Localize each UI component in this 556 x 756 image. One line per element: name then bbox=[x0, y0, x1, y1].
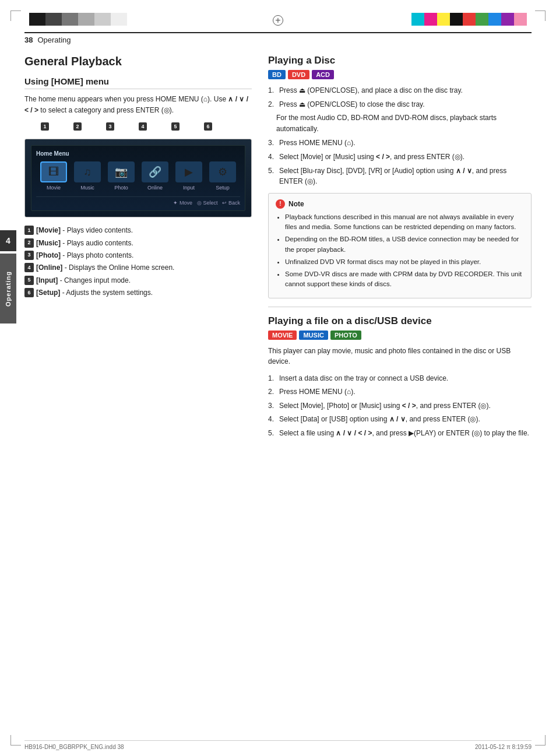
registration-mark-top bbox=[273, 15, 283, 26]
desc-text-5: [Input] - Changes input mode. bbox=[36, 276, 252, 286]
disc-badges: BD DVD ACD bbox=[268, 70, 532, 79]
disc-steps-cont: 3. Press HOME MENU (⌂). 4. Select [Movie… bbox=[268, 138, 532, 187]
disc-step-5: 5. Select [Blu-ray Disc], [DVD], [VR] or… bbox=[268, 166, 532, 187]
menu-item-setup-label: Setup bbox=[216, 185, 230, 191]
menu-descriptions: 1 [Movie] - Plays video contents. 2 [Mus… bbox=[24, 226, 252, 298]
badge-acd: ACD bbox=[312, 70, 334, 79]
color-bar-top-right bbox=[411, 13, 527, 26]
file-step-4: 4. Select [Data] or [USB] option using ∧… bbox=[268, 414, 532, 425]
menu-item-music-label: Music bbox=[80, 185, 94, 191]
file-step-3: 3. Select [Movie], [Photo] or [Music] us… bbox=[268, 400, 532, 412]
file-step-2: 2. Press HOME MENU (⌂). bbox=[268, 386, 532, 398]
badge-bd: BD bbox=[268, 70, 286, 79]
note-item-3: Unfinalized DVD VR format discs may not … bbox=[285, 257, 524, 267]
disc-steps: 1. Press ⏏ (OPEN/CLOSE), and place a dis… bbox=[268, 85, 532, 110]
menu-num-2: 2 bbox=[73, 122, 82, 131]
file-step-text-5: Select a file using ∧ / ∨ / < / >, and p… bbox=[279, 428, 532, 439]
file-step-1: 1. Insert a data disc on the tray or con… bbox=[268, 373, 532, 384]
note-box: ! Note Playback functions described in t… bbox=[268, 193, 532, 298]
file-step-num-5: 5. bbox=[268, 428, 276, 439]
file-step-num-4: 4. bbox=[268, 414, 276, 425]
playing-disc-title: Playing a Disc bbox=[268, 55, 532, 66]
menu-icon-music: ♫ bbox=[74, 161, 101, 182]
note-header: ! Note bbox=[276, 199, 524, 209]
step-text-4: Select [Movie] or [Music] using < / >, a… bbox=[279, 152, 532, 163]
step-num-3: 3. bbox=[268, 138, 276, 149]
note-item-4: Some DVD-VR discs are made with CPRM dat… bbox=[285, 269, 524, 290]
file-step-text-1: Insert a data disc on the tray or connec… bbox=[279, 373, 532, 384]
desc-num-1: 1 bbox=[24, 226, 34, 235]
menu-item-input-label: Input bbox=[183, 185, 195, 191]
menu-num-3: 3 bbox=[106, 122, 114, 131]
badge-music: MUSIC bbox=[299, 330, 328, 340]
menu-num-5: 5 bbox=[171, 122, 180, 131]
home-menu-screenshot: 1 2 3 4 5 6 Home Menu 🎞 Movie bbox=[24, 122, 252, 217]
desc-num-4: 4 bbox=[24, 263, 34, 272]
nav-select: ◎ Select bbox=[197, 200, 218, 206]
menu-item-online: 🔗 Online bbox=[142, 161, 168, 191]
menu-item-movie: 🎞 Movie bbox=[40, 161, 67, 191]
file-step-5: 5. Select a file using ∧ / ∨ / < / >, an… bbox=[268, 428, 532, 439]
step-num-1: 1. bbox=[268, 85, 276, 96]
step-num-4: 4. bbox=[268, 152, 276, 163]
disc-auto-note: For the most Audio CD, BD-ROM and DVD-RO… bbox=[276, 112, 532, 134]
corner-mark-tl bbox=[10, 10, 21, 21]
menu-icon-movie: 🎞 bbox=[40, 161, 67, 182]
page-number: 38 bbox=[24, 36, 33, 44]
file-intro: This player can play movie, music and ph… bbox=[268, 346, 532, 367]
desc-row-1: 1 [Movie] - Plays video contents. bbox=[24, 226, 252, 235]
right-column: Playing a Disc BD DVD ACD 1. Press ⏏ (OP… bbox=[268, 55, 532, 442]
main-section-title: General Playback bbox=[24, 55, 252, 68]
desc-row-6: 6 [Setup] - Adjusts the system settings. bbox=[24, 288, 252, 298]
menu-screenshot-label: Home Menu bbox=[36, 150, 240, 157]
step-text-3: Press HOME MENU (⌂). bbox=[279, 138, 532, 149]
file-badges: MOVIE MUSIC PHOTO bbox=[268, 330, 532, 340]
footer-left: HB916-DH0_BGBRPPK_ENG.indd 38 bbox=[24, 744, 124, 750]
menu-num-6: 6 bbox=[204, 122, 212, 131]
step-text-1: Press ⏏ (OPEN/CLOSE), and place a disc o… bbox=[279, 85, 532, 96]
menu-item-online-label: Online bbox=[147, 185, 163, 191]
menu-item-photo: 📷 Photo bbox=[108, 161, 135, 191]
subsection-home-menu-title: Using [HOME] menu bbox=[24, 76, 252, 89]
desc-row-3: 3 [Photo] - Plays photo contents. bbox=[24, 251, 252, 261]
file-step-num-1: 1. bbox=[268, 373, 276, 384]
menu-icons-row: 🎞 Movie ♫ Music 📷 Photo bbox=[36, 161, 240, 191]
desc-text-6: [Setup] - Adjusts the system settings. bbox=[36, 288, 252, 298]
side-tab-label: Operating bbox=[5, 271, 12, 307]
menu-screenshot-box: Home Menu 🎞 Movie ♫ Music 📷 bbox=[24, 139, 252, 217]
playing-file-title: Playing a file on a disc/USB device bbox=[268, 315, 532, 327]
note-icon: ! bbox=[276, 199, 285, 209]
note-list: Playback functions described in this man… bbox=[276, 212, 524, 290]
page-header: 38 Operating bbox=[24, 32, 532, 44]
corner-mark-br bbox=[535, 735, 546, 746]
corner-mark-tr bbox=[535, 10, 546, 21]
step-num-2: 2. bbox=[268, 99, 276, 110]
disc-step-1: 1. Press ⏏ (OPEN/CLOSE), and place a dis… bbox=[268, 85, 532, 96]
menu-num-4: 4 bbox=[139, 122, 147, 131]
menu-icon-setup: ⚙ bbox=[209, 161, 236, 182]
step-num-5: 5. bbox=[268, 166, 276, 187]
file-steps: 1. Insert a data disc on the tray or con… bbox=[268, 373, 532, 439]
section-divider bbox=[268, 307, 532, 307]
desc-num-3: 3 bbox=[24, 251, 34, 260]
desc-row-2: 2 [Music] - Plays audio contents. bbox=[24, 238, 252, 248]
step-text-2: Press ⏏ (OPEN/CLOSE) to close the disc t… bbox=[279, 99, 532, 110]
file-step-text-2: Press HOME MENU (⌂). bbox=[279, 386, 532, 398]
menu-item-movie-label: Movie bbox=[47, 185, 61, 191]
desc-text-3: [Photo] - Plays photo contents. bbox=[36, 251, 252, 261]
two-column-layout: General Playback Using [HOME] menu The h… bbox=[24, 55, 532, 442]
file-step-text-4: Select [Data] or [USB] option using ∧ / … bbox=[279, 414, 532, 425]
menu-icon-photo: 📷 bbox=[108, 161, 135, 182]
note-title: Note bbox=[288, 200, 304, 208]
step-text-5: Select [Blu-ray Disc], [DVD], [VR] or [A… bbox=[279, 166, 532, 187]
desc-num-2: 2 bbox=[24, 238, 34, 248]
menu-item-music: ♫ Music bbox=[74, 161, 101, 191]
file-step-num-2: 2. bbox=[268, 386, 276, 398]
disc-step-2: 2. Press ⏏ (OPEN/CLOSE) to close the dis… bbox=[268, 99, 532, 110]
side-tab-number: 4 bbox=[0, 230, 16, 251]
header-title: Operating bbox=[37, 36, 71, 44]
note-item-2: Depending on the BD-ROM titles, a USB de… bbox=[285, 234, 524, 255]
home-icon: ⌂ bbox=[203, 95, 207, 103]
page-content: 38 Operating 4 Operating General Playbac… bbox=[24, 32, 532, 724]
menu-num-1: 1 bbox=[41, 122, 49, 131]
